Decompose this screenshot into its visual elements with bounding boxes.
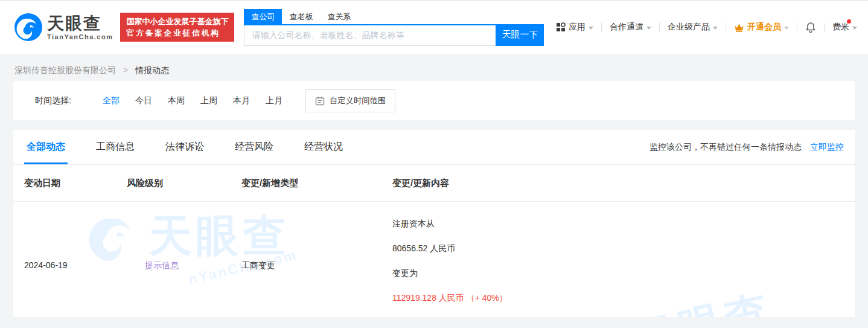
nav-enterprise-label: 企业级产品: [668, 22, 710, 33]
apps-grid-icon: [556, 22, 566, 32]
nav-item-user[interactable]: 费米: [832, 22, 857, 33]
tianyancha-page: 天眼查 TianYanCha.com 国家中小企业发展子基金旗下 官方备案企业征…: [0, 0, 868, 328]
breadcrumb-company-link[interactable]: 深圳传音控股股份有限公司: [14, 65, 116, 75]
nav-apps-label: 应用: [569, 22, 586, 33]
time-filter-label: 时间选择:: [35, 95, 71, 106]
time-option-all[interactable]: 全部: [103, 95, 120, 106]
nav-item-enterprise[interactable]: 企业级产品: [668, 22, 718, 33]
nav-item-apps[interactable]: 应用: [556, 22, 593, 33]
custom-date-range-label: 自定义时间范围: [330, 95, 386, 106]
monitor-prompt: 监控该公司，不再错过任何一条情报动态 立即监控: [649, 142, 844, 153]
breadcrumb: 深圳传音控股股份有限公司 > 情报动态: [0, 54, 868, 81]
column-header-change-content: 变更/更新内容: [392, 178, 855, 189]
chevron-down-icon: [713, 27, 718, 30]
logo-domain-text: TianYanCha.com: [47, 33, 113, 40]
chevron-down-icon: [784, 27, 789, 30]
search-input[interactable]: [244, 25, 496, 46]
tab-operating-risk[interactable]: 经营风险: [232, 130, 276, 164]
content-line: 注册资本从: [392, 217, 855, 230]
tab-operating-status[interactable]: 经营状况: [302, 130, 345, 164]
content-line-highlight: 112919.128 人民币 （+ 40%）: [392, 292, 855, 304]
column-header-change-date: 变动日期: [24, 178, 127, 189]
notification-dot: [847, 19, 851, 24]
tab-business-info[interactable]: 工商信息: [94, 130, 137, 164]
tab-legal-proceedings[interactable]: 法律诉讼: [163, 130, 206, 164]
table-row: 2024-06-19 提示信息 工商变更 注册资本从 80656.52 人民币 …: [13, 202, 855, 317]
table-header-row: 变动日期 风险级别 变更/新增类型 变更/更新内容: [13, 165, 855, 202]
feed-tab-bar: 全部动态 工商信息 法律诉讼 经营风险 经营状况 监控该公司，不再错过任何一条情…: [13, 130, 855, 165]
user-name-label: 费米: [832, 22, 849, 33]
badge-line-1: 国家中小企业发展子基金旗下: [126, 16, 228, 27]
content-line: 80656.52 人民币: [392, 242, 855, 254]
tab-all-activity[interactable]: 全部动态: [24, 130, 68, 164]
time-option-this-week[interactable]: 本周: [168, 95, 185, 106]
search-tab-boss[interactable]: 查老板: [282, 9, 320, 24]
divider: [659, 23, 660, 31]
bell-icon: [805, 22, 816, 33]
logo-brand-text: 天眼查: [47, 14, 113, 33]
nav-item-vip[interactable]: 开通会员: [734, 22, 789, 33]
custom-date-range-button[interactable]: 自定义时间范围: [305, 89, 395, 112]
time-filter-options: 全部 今日 本周 上周 本月 上月: [103, 95, 298, 106]
chevron-down-icon: [852, 27, 857, 30]
search-tab-relation[interactable]: 查关系: [320, 9, 358, 24]
breadcrumb-current-page: 情报动态: [135, 65, 169, 75]
badge-line-2: 官方备案企业征信机构: [126, 27, 228, 39]
search-module: 查公司 查老板 查关系 天眼一下: [244, 9, 544, 46]
column-header-risk-level: 风险级别: [127, 178, 241, 189]
cell-change-content: 注册资本从 80656.52 人民币 变更为 112919.128 人民币 （+…: [392, 202, 855, 317]
time-option-today[interactable]: 今日: [135, 95, 152, 106]
time-option-last-month[interactable]: 上月: [266, 95, 282, 106]
tianyancha-eye-icon: [14, 13, 42, 41]
cell-change-date: 2024-06-19: [24, 202, 127, 317]
search-button[interactable]: 天眼一下: [496, 24, 544, 46]
intel-feed-card: 天眼查 nYanCha.com 天眼查 全部动态 工商信息 法律诉讼 经营风险 …: [13, 130, 855, 317]
search-tab-company[interactable]: 查公司: [244, 9, 282, 24]
divider: [824, 23, 825, 31]
search-tabs: 查公司 查老板 查关系: [244, 9, 544, 24]
divider: [601, 23, 602, 31]
cell-change-type: 工商变更: [241, 202, 392, 317]
divider: [797, 23, 797, 31]
header: 天眼查 TianYanCha.com 国家中小企业发展子基金旗下 官方备案企业征…: [0, 0, 868, 54]
notification-bell[interactable]: [805, 22, 816, 33]
monitor-prompt-text: 监控该公司，不再错过任何一条情报动态: [649, 142, 802, 152]
nav-item-partner[interactable]: 合作通道: [610, 22, 651, 33]
crown-icon: [734, 23, 744, 32]
column-header-change-type: 变更/新增类型: [241, 178, 392, 189]
top-nav: 应用 合作通道 企业级产品 开通会员: [556, 22, 857, 33]
chevron-down-icon: [646, 27, 651, 30]
time-option-last-week[interactable]: 上周: [200, 95, 217, 106]
nav-partner-label: 合作通道: [610, 22, 643, 33]
nav-vip-label: 开通会员: [747, 22, 781, 33]
time-filter-card: 时间选择: 全部 今日 本周 上周 本月 上月 自定义时间范围: [13, 81, 855, 120]
tianyancha-logo[interactable]: 天眼查 TianYanCha.com: [14, 13, 113, 41]
time-option-this-month[interactable]: 本月: [233, 95, 250, 106]
content-line: 变更为: [392, 267, 855, 279]
monitor-now-link[interactable]: 立即监控: [810, 142, 844, 152]
gov-certification-badge: 国家中小企业发展子基金旗下 官方备案企业征信机构: [120, 13, 234, 42]
risk-level-tag: 提示信息: [145, 260, 179, 270]
calendar-icon: [315, 96, 325, 106]
chevron-down-icon: [589, 27, 593, 30]
breadcrumb-separator: >: [123, 65, 128, 75]
divider: [726, 23, 726, 31]
